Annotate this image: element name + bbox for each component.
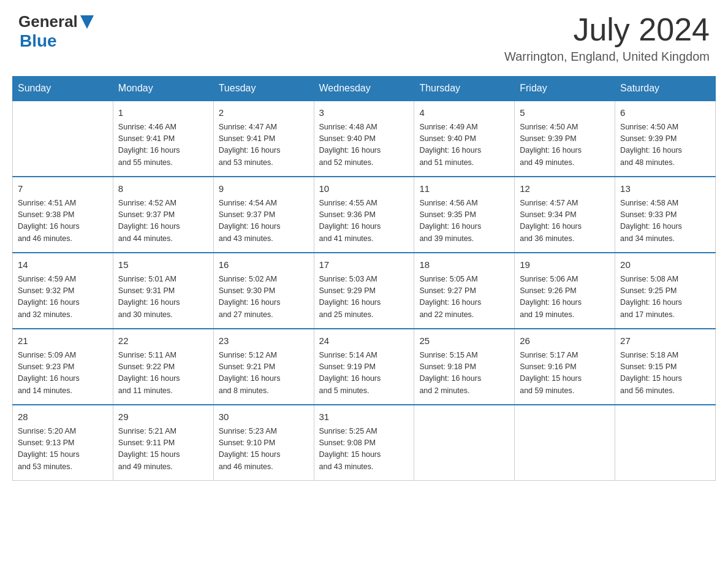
day-number: 13 xyxy=(620,182,710,196)
day-info: Sunrise: 4:54 AM Sunset: 9:37 PM Dayligh… xyxy=(219,197,309,245)
day-info: Sunrise: 4:57 AM Sunset: 9:34 PM Dayligh… xyxy=(520,197,610,245)
day-of-week-header: Tuesday xyxy=(213,77,314,101)
calendar-cell: 15Sunrise: 5:01 AM Sunset: 9:31 PM Dayli… xyxy=(113,253,213,329)
day-info: Sunrise: 4:51 AM Sunset: 9:38 PM Dayligh… xyxy=(18,197,108,245)
week-row: 7Sunrise: 4:51 AM Sunset: 9:38 PM Daylig… xyxy=(13,177,716,253)
calendar-cell: 29Sunrise: 5:21 AM Sunset: 9:11 PM Dayli… xyxy=(113,405,213,481)
day-number: 6 xyxy=(620,106,710,120)
week-row: 28Sunrise: 5:20 AM Sunset: 9:13 PM Dayli… xyxy=(13,405,716,481)
day-info: Sunrise: 5:17 AM Sunset: 9:16 PM Dayligh… xyxy=(520,350,610,397)
day-info: Sunrise: 4:48 AM Sunset: 9:40 PM Dayligh… xyxy=(319,121,409,169)
calendar-cell: 1Sunrise: 4:46 AM Sunset: 9:41 PM Daylig… xyxy=(113,101,213,177)
calendar-cell: 20Sunrise: 5:08 AM Sunset: 9:25 PM Dayli… xyxy=(615,253,716,329)
calendar-cell: 5Sunrise: 4:50 AM Sunset: 9:39 PM Daylig… xyxy=(515,101,615,177)
day-info: Sunrise: 5:15 AM Sunset: 9:18 PM Dayligh… xyxy=(419,350,509,397)
day-number: 8 xyxy=(118,182,208,196)
calendar-cell: 10Sunrise: 4:55 AM Sunset: 9:36 PM Dayli… xyxy=(314,177,414,253)
day-number: 27 xyxy=(620,334,710,348)
week-row: 14Sunrise: 4:59 AM Sunset: 9:32 PM Dayli… xyxy=(13,253,716,329)
day-info: Sunrise: 4:52 AM Sunset: 9:37 PM Dayligh… xyxy=(118,197,208,245)
month-title: July 2024 xyxy=(504,12,710,47)
calendar-cell: 7Sunrise: 4:51 AM Sunset: 9:38 PM Daylig… xyxy=(13,177,113,253)
day-of-week-header: Monday xyxy=(113,77,213,101)
day-info: Sunrise: 5:11 AM Sunset: 9:22 PM Dayligh… xyxy=(118,350,208,397)
day-of-week-header: Thursday xyxy=(414,77,515,101)
day-number: 1 xyxy=(118,106,208,120)
day-info: Sunrise: 5:20 AM Sunset: 9:13 PM Dayligh… xyxy=(18,426,108,473)
day-info: Sunrise: 5:12 AM Sunset: 9:21 PM Dayligh… xyxy=(219,350,309,397)
day-info: Sunrise: 4:50 AM Sunset: 9:39 PM Dayligh… xyxy=(620,121,710,169)
day-info: Sunrise: 5:14 AM Sunset: 9:19 PM Dayligh… xyxy=(319,350,409,397)
day-info: Sunrise: 5:09 AM Sunset: 9:23 PM Dayligh… xyxy=(18,350,108,397)
day-info: Sunrise: 5:05 AM Sunset: 9:27 PM Dayligh… xyxy=(419,274,509,321)
day-number: 29 xyxy=(118,410,208,424)
day-number: 2 xyxy=(219,106,309,120)
calendar-cell: 19Sunrise: 5:06 AM Sunset: 9:26 PM Dayli… xyxy=(515,253,615,329)
calendar-cell: 6Sunrise: 4:50 AM Sunset: 9:39 PM Daylig… xyxy=(615,101,716,177)
day-info: Sunrise: 4:50 AM Sunset: 9:39 PM Dayligh… xyxy=(520,121,610,169)
calendar-cell: 24Sunrise: 5:14 AM Sunset: 9:19 PM Dayli… xyxy=(314,329,414,405)
day-info: Sunrise: 5:02 AM Sunset: 9:30 PM Dayligh… xyxy=(219,274,309,321)
day-info: Sunrise: 4:55 AM Sunset: 9:36 PM Dayligh… xyxy=(319,197,409,245)
day-number: 22 xyxy=(118,334,208,348)
day-number: 9 xyxy=(219,182,309,196)
calendar-cell: 18Sunrise: 5:05 AM Sunset: 9:27 PM Dayli… xyxy=(414,253,515,329)
calendar-cell: 16Sunrise: 5:02 AM Sunset: 9:30 PM Dayli… xyxy=(213,253,314,329)
day-info: Sunrise: 4:46 AM Sunset: 9:41 PM Dayligh… xyxy=(118,121,208,169)
day-number: 26 xyxy=(520,334,610,348)
day-info: Sunrise: 5:08 AM Sunset: 9:25 PM Dayligh… xyxy=(620,274,710,321)
day-of-week-header: Sunday xyxy=(13,77,113,101)
calendar-cell: 27Sunrise: 5:18 AM Sunset: 9:15 PM Dayli… xyxy=(615,329,716,405)
day-info: Sunrise: 5:03 AM Sunset: 9:29 PM Dayligh… xyxy=(319,274,409,321)
calendar-cell: 12Sunrise: 4:57 AM Sunset: 9:34 PM Dayli… xyxy=(515,177,615,253)
day-info: Sunrise: 4:49 AM Sunset: 9:40 PM Dayligh… xyxy=(419,121,509,169)
calendar-cell: 30Sunrise: 5:23 AM Sunset: 9:10 PM Dayli… xyxy=(213,405,314,481)
logo-area: General Blue xyxy=(18,12,94,51)
day-number: 21 xyxy=(18,334,108,348)
location: Warrington, England, United Kingdom xyxy=(504,50,710,64)
day-number: 23 xyxy=(219,334,309,348)
calendar-cell: 25Sunrise: 5:15 AM Sunset: 9:18 PM Dayli… xyxy=(414,329,515,405)
day-number: 20 xyxy=(620,258,710,272)
calendar-cell: 13Sunrise: 4:58 AM Sunset: 9:33 PM Dayli… xyxy=(615,177,716,253)
day-number: 24 xyxy=(319,334,409,348)
header-row: SundayMondayTuesdayWednesdayThursdayFrid… xyxy=(13,77,716,101)
day-info: Sunrise: 4:47 AM Sunset: 9:41 PM Dayligh… xyxy=(219,121,309,169)
week-row: 21Sunrise: 5:09 AM Sunset: 9:23 PM Dayli… xyxy=(13,329,716,405)
calendar-cell: 28Sunrise: 5:20 AM Sunset: 9:13 PM Dayli… xyxy=(13,405,113,481)
calendar-cell: 23Sunrise: 5:12 AM Sunset: 9:21 PM Dayli… xyxy=(213,329,314,405)
day-info: Sunrise: 5:18 AM Sunset: 9:15 PM Dayligh… xyxy=(620,350,710,397)
day-info: Sunrise: 5:06 AM Sunset: 9:26 PM Dayligh… xyxy=(520,274,610,321)
day-number: 30 xyxy=(219,410,309,424)
day-info: Sunrise: 4:58 AM Sunset: 9:33 PM Dayligh… xyxy=(620,197,710,245)
day-info: Sunrise: 5:25 AM Sunset: 9:08 PM Dayligh… xyxy=(319,426,409,473)
day-number: 15 xyxy=(118,258,208,272)
day-number: 5 xyxy=(520,106,610,120)
day-number: 12 xyxy=(520,182,610,196)
calendar-cell: 31Sunrise: 5:25 AM Sunset: 9:08 PM Dayli… xyxy=(314,405,414,481)
day-number: 14 xyxy=(18,258,108,272)
day-number: 3 xyxy=(319,106,409,120)
week-row: 1Sunrise: 4:46 AM Sunset: 9:41 PM Daylig… xyxy=(13,101,716,177)
calendar-cell xyxy=(13,101,113,177)
logo: General xyxy=(18,12,94,31)
day-number: 28 xyxy=(18,410,108,424)
day-info: Sunrise: 5:01 AM Sunset: 9:31 PM Dayligh… xyxy=(118,274,208,321)
calendar-cell: 3Sunrise: 4:48 AM Sunset: 9:40 PM Daylig… xyxy=(314,101,414,177)
day-number: 18 xyxy=(419,258,509,272)
logo-icon xyxy=(79,15,94,29)
logo-general-text: General xyxy=(18,12,78,31)
calendar-cell: 21Sunrise: 5:09 AM Sunset: 9:23 PM Dayli… xyxy=(13,329,113,405)
calendar-cell xyxy=(615,405,716,481)
day-number: 10 xyxy=(319,182,409,196)
day-number: 16 xyxy=(219,258,309,272)
day-info: Sunrise: 4:59 AM Sunset: 9:32 PM Dayligh… xyxy=(18,274,108,321)
day-number: 31 xyxy=(319,410,409,424)
calendar-cell: 9Sunrise: 4:54 AM Sunset: 9:37 PM Daylig… xyxy=(213,177,314,253)
calendar-cell xyxy=(414,405,515,481)
calendar-table: SundayMondayTuesdayWednesdayThursdayFrid… xyxy=(12,76,716,481)
calendar-cell: 11Sunrise: 4:56 AM Sunset: 9:35 PM Dayli… xyxy=(414,177,515,253)
calendar-cell: 14Sunrise: 4:59 AM Sunset: 9:32 PM Dayli… xyxy=(13,253,113,329)
day-number: 17 xyxy=(319,258,409,272)
day-number: 11 xyxy=(419,182,509,196)
